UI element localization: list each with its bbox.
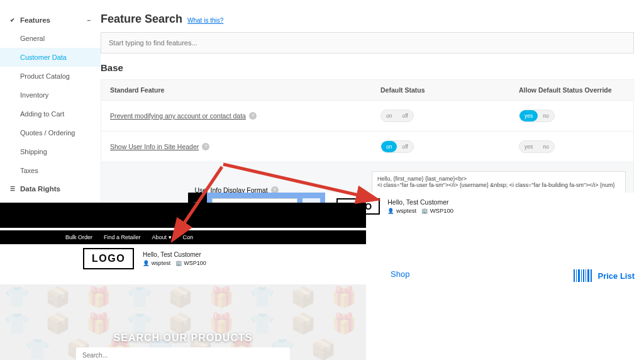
sidebar-item-shipping[interactable]: Shipping xyxy=(0,142,101,161)
collapse-icon: – xyxy=(87,17,91,24)
username: wsptest xyxy=(152,260,171,266)
nav-link-bulk-order[interactable]: Bulk Order xyxy=(65,234,92,240)
user-icon xyxy=(143,260,150,266)
what-is-this-link[interactable]: What is this? xyxy=(187,17,223,24)
nav-link-about[interactable]: About ▾ xyxy=(152,234,172,240)
sidebar-item-general[interactable]: General xyxy=(0,29,101,48)
product-search-input[interactable] xyxy=(76,347,290,360)
col-header-feature: Standard Feature xyxy=(101,80,372,100)
svg-rect-4 xyxy=(583,269,584,282)
sidebar-item-product-catalog[interactable]: Product Catalog xyxy=(0,67,101,86)
building-icon xyxy=(175,260,182,266)
svg-rect-3 xyxy=(581,269,582,282)
override-toggle[interactable]: yes no xyxy=(519,140,555,153)
feature-link-show-user-info[interactable]: Show User Info in Site Header xyxy=(110,143,199,150)
sidebar-heading-features[interactable]: ✔ Features – xyxy=(0,11,101,29)
svg-rect-5 xyxy=(586,269,586,282)
sidebar-heading-label: Data Rights xyxy=(20,185,60,193)
col-header-status: Default Status xyxy=(372,80,510,100)
col-header-override: Allow Default Status Override xyxy=(510,80,635,100)
sidebar: ✔ Features – General Customer Data Produ… xyxy=(0,0,101,219)
toggle-on: on xyxy=(381,141,397,152)
toggle-no: no xyxy=(538,110,553,121)
shop-link[interactable]: Shop xyxy=(391,269,409,279)
chevron-down-icon: ▾ xyxy=(169,234,172,240)
svg-rect-0 xyxy=(574,269,575,282)
toggle-on: on xyxy=(381,110,397,121)
sidebar-heading-label: Features xyxy=(20,16,50,24)
database-icon: ☰ xyxy=(10,186,15,192)
svg-rect-1 xyxy=(576,269,577,282)
account-number: WSP100 xyxy=(184,260,206,266)
svg-rect-6 xyxy=(587,269,589,282)
table-header-row: Standard Feature Default Status Allow De… xyxy=(101,80,633,101)
nav-link-contact[interactable]: Con xyxy=(183,234,194,240)
toggle-no: no xyxy=(538,141,553,152)
help-icon[interactable]: ? xyxy=(249,112,257,120)
nav-link-find-retailer[interactable]: Find a Retailer xyxy=(104,234,141,240)
greeting-text: Hello, Test Customer xyxy=(387,198,453,207)
toggle-yes: yes xyxy=(519,110,538,121)
check-icon: ✔ xyxy=(10,17,15,23)
hero-heading: SEARCH OUR PRODUCTS xyxy=(0,332,366,344)
account-number: WSP100 xyxy=(430,207,454,214)
sidebar-item-quotes-ordering[interactable]: Quotes / Ordering xyxy=(0,123,101,142)
hero-search: 👕 📦 🎁 👕 📦 🎁 👕 📦 🎁 👕 📦 🎁 👕 📦 🎁 👕 📦 🎁 👕 📦 … xyxy=(0,284,366,360)
sidebar-item-adding-to-cart[interactable]: Adding to Cart xyxy=(0,104,101,123)
svg-rect-2 xyxy=(578,269,580,282)
logo: LOGO xyxy=(83,248,134,269)
user-icon xyxy=(387,207,394,214)
building-icon xyxy=(421,207,428,214)
top-nav: Bulk Order Find a Retailer About ▾ Con xyxy=(0,230,366,244)
status-toggle[interactable]: on off xyxy=(380,140,414,153)
admin-panel: ✔ Features – General Customer Data Produ… xyxy=(0,0,644,219)
user-greeting: Hello, Test Customer wsptest WSP100 xyxy=(143,250,206,267)
table-row: Show User Info in Site Header ? on off y… xyxy=(101,132,633,162)
barcode-icon xyxy=(574,269,592,282)
username: wsptest xyxy=(396,207,416,214)
table-row: Prevent modifying any account or contact… xyxy=(101,101,633,132)
status-toggle[interactable]: on off xyxy=(380,110,414,122)
user-greeting: Hello, Test Customer wsptest WSP100 xyxy=(387,198,453,216)
main-content: Feature Search What is this? Base Standa… xyxy=(101,0,644,219)
toggle-yes: yes xyxy=(519,141,538,152)
sidebar-item-customer-data[interactable]: Customer Data xyxy=(0,48,101,67)
override-toggle[interactable]: yes no xyxy=(519,110,555,122)
feature-link-prevent-modifying[interactable]: Prevent modifying any account or contact… xyxy=(110,112,246,120)
section-title-base: Base xyxy=(101,62,644,73)
sidebar-item-taxes[interactable]: Taxes xyxy=(0,161,101,180)
feature-search-input[interactable] xyxy=(101,32,634,53)
toggle-off: off xyxy=(397,110,413,121)
help-icon[interactable]: ? xyxy=(202,143,209,150)
sidebar-heading-data-rights[interactable]: ☰ Data Rights xyxy=(0,180,101,198)
page-title: Feature Search xyxy=(101,13,182,26)
greeting-text: Hello, Test Customer xyxy=(143,250,206,259)
sidebar-item-inventory[interactable]: Inventory xyxy=(0,86,101,104)
toggle-off: off xyxy=(397,141,413,152)
svg-rect-7 xyxy=(591,269,592,282)
price-list-link[interactable]: Price List xyxy=(597,271,635,281)
